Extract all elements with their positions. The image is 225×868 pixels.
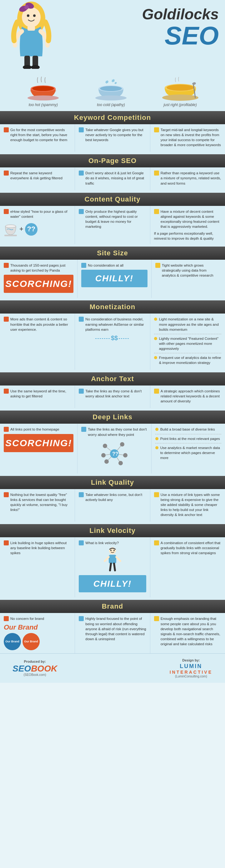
goldilocks-character-area (0, 0, 63, 72)
brand-cold-text: Highly brand focused to the point of bei… (85, 616, 146, 641)
dl-hot-text: All links point to the homepage (10, 427, 73, 432)
svg-text:$$: $$ (111, 335, 118, 341)
svg-point-46 (110, 550, 112, 551)
mon-bullet2-text: Lightly monetized "Featured Content" wit… (159, 336, 221, 351)
question-mark: ?? (25, 223, 38, 236)
ss-hot-text: Thousands of 150-word pages just asking … (10, 263, 73, 273)
bullet-dot (154, 356, 157, 359)
svg-line-49 (105, 557, 109, 561)
bullet-dot (155, 437, 158, 440)
kc-right-col: Target mid-tail and longtail keywords on… (150, 124, 225, 152)
svg-point-41 (104, 459, 109, 464)
svg-text:??: ?? (112, 451, 118, 457)
svg-point-38 (120, 442, 124, 446)
kc-cold-col: Take whatever Google gives you but never… (75, 124, 150, 152)
person-svg (103, 547, 122, 572)
svg-rect-9 (33, 56, 38, 67)
lv-hot-col: Link building in huge spikes without any… (0, 537, 75, 597)
right-bowl-svg (161, 75, 199, 102)
cup-illustration: + ?? (4, 221, 71, 237)
cold-indicator (79, 209, 84, 214)
right-indicator (154, 170, 159, 176)
svg-point-23 (166, 85, 194, 91)
cold-bowl-label: too cold (apathy) (94, 103, 128, 107)
link-velocity-row: Link building in huge spikes without any… (0, 537, 225, 597)
mon-hot-col: More ads than content & content so horri… (0, 313, 75, 370)
lq-hot-col: Nothing but the lowest quality "free" li… (0, 489, 75, 522)
cold-indicator (81, 263, 86, 268)
hot-indicator (4, 389, 9, 394)
dl-cold-text: Take the links as they come but don't wo… (88, 427, 147, 437)
lq-right-text: Use a mixture of link types with some be… (161, 492, 221, 517)
svg-point-21 (95, 95, 126, 100)
at-right-text: A strategic approach which combines rela… (161, 389, 221, 404)
svg-point-2 (27, 14, 29, 17)
hot-indicator (4, 127, 9, 132)
hot-bowl-label: too hot (spammy) (26, 103, 60, 107)
section-header-monetization: Monetization (0, 300, 225, 313)
lq-cold-text: Take whatever links come, but don't acti… (85, 492, 146, 502)
brand-cold-col: Highly brand focused to the point of bei… (75, 613, 150, 653)
cq-right-extra: If a page performs exceptionally well, r… (154, 231, 221, 241)
cold-indicator (79, 127, 84, 132)
network-svg: ?? (100, 440, 128, 468)
bowls-row: too hot (spammy) ❄ ❄ ❄ too cold (apathy) (0, 72, 225, 108)
hot-indicator (4, 263, 9, 268)
right-indicator (155, 263, 160, 268)
lumin-sub: INTERACTIVE (170, 670, 213, 675)
at-hot-col: Use the same keyword all the time, askin… (0, 385, 75, 408)
plus-sign: + (20, 224, 24, 234)
mon-hot-text: More ads than content & content so horri… (10, 317, 71, 332)
our-brand-big: Our Brand (4, 623, 71, 631)
cold-indicator (79, 389, 84, 394)
right-bowl-label: just right (profitable) (161, 103, 199, 107)
site-size-row: Thousands of 150-word pages just asking … (0, 260, 225, 298)
produced-by-label: Produced by: (12, 660, 57, 663)
ops-right-col: Rather than repeating a keyword use a mi… (150, 167, 225, 190)
cq-cold-col: Only produce the highest quality content… (75, 206, 150, 244)
ops-cold-text: Don't worry about it & just let Google d… (85, 170, 146, 186)
cold-indicator (79, 540, 84, 546)
svg-text:❄: ❄ (114, 81, 117, 85)
svg-point-20 (100, 86, 122, 91)
svg-point-6 (24, 5, 29, 9)
cold-bowl-svg: ❄ ❄ ❄ (94, 77, 128, 102)
brand-right-col: Enough emphasis on branding that some pe… (150, 613, 225, 653)
section-header-anchor-text: Anchor Text (0, 372, 225, 385)
dl-cold-col: Take the links as they come but don't wo… (77, 424, 151, 473)
bowl-cold: ❄ ❄ ❄ too cold (apathy) (94, 77, 128, 107)
cup-svg (4, 221, 18, 237)
scorching-badge: SCORCHING! (4, 275, 73, 293)
divider (155, 443, 221, 443)
mon-bullet1-text: Light monetization on a new site & more … (159, 317, 221, 332)
hot-indicator (4, 492, 9, 497)
cq-hot-text: eHow styled "how to pour a glass of wate… (10, 209, 71, 219)
section-header-brand: Brand (0, 600, 225, 613)
cq-hot-col: eHow styled "how to pour a glass of wate… (0, 206, 75, 244)
hot-indicator (4, 209, 9, 214)
dollar-svg: $$ (94, 334, 131, 343)
design-by-label: Design by: (170, 658, 213, 662)
brand-circle-orange: Our Brand (23, 633, 40, 650)
divider (154, 353, 221, 353)
svg-line-50 (116, 557, 120, 561)
brand-right-text: Enough emphasis on branding that some pe… (161, 616, 221, 647)
divider (154, 334, 221, 334)
right-indicator (154, 492, 159, 497)
ss-right-text: Tight website which grows strategically … (162, 263, 221, 278)
mon-right-bullet1: Light monetization on a new site & more … (154, 317, 221, 332)
divider (155, 434, 221, 434)
top-section: Goldilocks SEO (0, 0, 225, 72)
cold-indicator (79, 616, 84, 621)
footer-produced-by: Produced by: SEOBOOK (SEOBook.com) (12, 660, 57, 677)
hot-indicator (4, 427, 9, 432)
title-seo: SEO (66, 23, 219, 49)
brand-circles-row: Our Brand Our Brand (4, 633, 71, 650)
monetization-row: More ads than content & content so horri… (0, 313, 225, 370)
lv-cold-text: What is link velocity? (85, 540, 146, 546)
ss-right-col: Tight website which grows strategically … (152, 260, 225, 298)
link-quality-row: Nothing but the lowest quality "free" li… (0, 489, 225, 522)
svg-point-26 (5, 225, 16, 228)
hot-indicator (4, 540, 9, 546)
right-indicator (154, 127, 159, 132)
